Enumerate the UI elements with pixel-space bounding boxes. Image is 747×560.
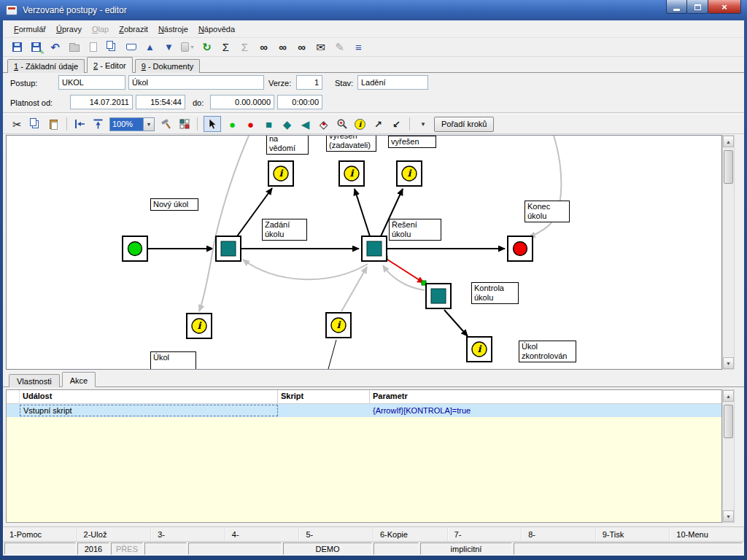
pointer-tool-button[interactable] — [204, 116, 221, 132]
diagram-label-4[interactable]: Kontrola úkolu — [471, 282, 519, 304]
bottom-tab-strip: Vlastnosti Akce — [3, 370, 744, 387]
platnost-od-date-field[interactable] — [70, 95, 133, 109]
menu-upravy[interactable]: Úpravy — [51, 23, 87, 36]
refresh-button[interactable]: ↻ — [200, 40, 214, 54]
platnost-od-time-field[interactable] — [136, 95, 185, 109]
stav-field[interactable] — [357, 75, 428, 90]
cut-button[interactable]: ✂ — [10, 117, 24, 131]
browse-button[interactable] — [124, 40, 138, 54]
tab-vlastnosti[interactable]: Vlastnosti — [9, 374, 60, 387]
postup-code-field[interactable] — [58, 75, 125, 90]
table-scroll-thumb[interactable] — [724, 405, 733, 438]
canvas-scroll-track[interactable] — [723, 147, 734, 357]
table-empty-area[interactable] — [7, 417, 721, 522]
cell-parametr[interactable]: {ArrowIf}[KONTROLA]=true — [370, 405, 721, 416]
table-scroll-track[interactable] — [723, 402, 734, 510]
step-node-tool[interactable]: ■ — [262, 117, 276, 131]
canvas-scroll-thumb[interactable] — [724, 150, 733, 184]
align-left-button[interactable] — [73, 117, 87, 131]
close-button[interactable]: × — [708, 0, 741, 14]
zoom-select[interactable]: 100% ▼ — [109, 117, 155, 131]
platnost-do-time-field[interactable] — [277, 95, 322, 109]
menu-nastroje[interactable]: Nástroje — [153, 23, 193, 36]
diagram-canvas[interactable]: iiiiii Nový úkolZadání úkoluŘešení úkolu… — [6, 135, 722, 370]
zoom-tool[interactable] — [335, 117, 349, 131]
verze-field[interactable] — [296, 75, 322, 90]
zoom-dropdown-icon: ▼ — [147, 122, 152, 127]
fkey-10[interactable]: 10-Menu — [670, 527, 744, 541]
connector-back-tool[interactable]: ↙ — [390, 117, 403, 131]
fkey-4[interactable]: 4- — [225, 527, 300, 541]
build-button[interactable] — [159, 117, 173, 131]
menu-napoveda[interactable]: Nápověda — [193, 23, 240, 36]
fkey-7[interactable]: 7- — [448, 527, 522, 541]
move-up-button[interactable]: ▲ — [143, 40, 157, 54]
table-scrollbar[interactable]: ▲ ▼ — [722, 389, 735, 523]
tab-akce[interactable]: Akce — [62, 372, 96, 387]
diagram-label-0[interactable]: Nový úkol — [150, 198, 198, 211]
canvas-scroll-up-button[interactable]: ▲ — [723, 136, 734, 147]
fkey-2[interactable]: 2-Ulož — [77, 527, 152, 541]
find-next-button[interactable]: ∞ — [295, 40, 309, 54]
fkey-3[interactable]: 3- — [151, 527, 225, 541]
copy-diagram-button[interactable] — [28, 117, 42, 131]
diagram-label-1[interactable]: Zadání úkolu — [262, 219, 307, 241]
decision-node-tool[interactable]: ◆ — [280, 117, 294, 131]
connector-tool[interactable]: ↗ — [371, 117, 385, 131]
cell-skript[interactable] — [278, 410, 370, 411]
table-scroll-down-button[interactable]: ▼ — [723, 510, 734, 522]
menu-formular[interactable]: Formulář — [9, 23, 51, 36]
list-button[interactable]: ≡ — [352, 40, 365, 54]
diagram-label-6[interactable]: na vědomí — [266, 135, 309, 155]
move-down-button[interactable]: ▼ — [162, 40, 176, 54]
platnost-do-date-field[interactable] — [210, 95, 274, 109]
fkey-8[interactable]: 8- — [522, 527, 596, 541]
zoom-dropdown-button[interactable]: ▼ — [143, 118, 154, 131]
postup-name-field[interactable] — [128, 75, 264, 90]
undo-button[interactable]: ↶ — [48, 40, 62, 54]
column-header-parametr[interactable]: Parametr — [370, 390, 721, 403]
cell-udalost[interactable]: Vstupní skript — [20, 405, 278, 416]
table-scroll-up-button[interactable]: ▲ — [723, 390, 734, 402]
start-node-tool[interactable]: ● — [225, 117, 239, 131]
diagram-label-9[interactable]: Úkol — [150, 351, 196, 370]
find-mass-button[interactable]: ∞ — [276, 40, 290, 54]
canvas-scrollbar[interactable]: ▲ ▼ — [722, 135, 735, 370]
find-button[interactable]: ∞ — [257, 40, 271, 54]
fkey-9[interactable]: 9-Tisk — [596, 527, 670, 541]
tab-dokumenty[interactable]: 9 - Dokumenty — [135, 59, 201, 73]
condition-tool[interactable]: ◇ — [317, 117, 330, 131]
end-node-tool[interactable]: ● — [244, 117, 258, 131]
attachment-icon — [181, 42, 189, 52]
canvas-scroll-down-button[interactable]: ▼ — [723, 357, 734, 369]
subprocess-node-tool[interactable]: ◀ — [298, 117, 312, 131]
maximize-button[interactable] — [687, 0, 708, 14]
tab-editor[interactable]: 2 - Editor — [87, 57, 133, 73]
save-button[interactable] — [10, 40, 24, 54]
paste-button[interactable] — [47, 117, 61, 131]
mail-button[interactable]: ✉ — [314, 40, 328, 54]
tab-zakladni-udaje[interactable]: 1 - Základní údaje — [7, 59, 85, 73]
more-tools-dropdown[interactable]: ▼ — [416, 117, 430, 131]
diagram-label-2[interactable]: Řešení úkolu — [389, 219, 441, 241]
minimize-button[interactable] — [666, 0, 687, 14]
align-top-button[interactable] — [91, 117, 105, 131]
window-client-area: Formulář Úpravy Olap Zobrazit Nástroje N… — [3, 20, 744, 556]
save-as-button[interactable]: ✎ — [29, 40, 43, 54]
fkey-1[interactable]: 1-Pomoc — [3, 527, 77, 541]
diagram-label-3[interactable]: Konec úkolu — [525, 201, 570, 222]
column-header-udalost[interactable]: Událost — [20, 390, 278, 403]
diagram-label-8[interactable]: vyřešen — [388, 136, 436, 148]
table-row[interactable]: Vstupní skript {ArrowIf}[KONTROLA]=true — [7, 404, 721, 417]
diagram-label-5[interactable]: Úkol zkontrolován — [519, 341, 576, 362]
info-node-tool[interactable]: i — [353, 117, 367, 131]
diagram-label-7[interactable]: vyřešen (zadavateli) — [326, 135, 376, 152]
sum-button[interactable]: Σ — [219, 40, 233, 54]
copy-button[interactable] — [105, 40, 119, 54]
poradi-kroku-button[interactable]: Pořadí kroků — [434, 117, 494, 132]
menu-zobrazit[interactable]: Zobrazit — [114, 23, 153, 36]
fkey-5[interactable]: 5- — [299, 527, 374, 541]
column-header-skript[interactable]: Skript — [278, 390, 370, 403]
fkey-6[interactable]: 6-Kopie — [374, 527, 448, 541]
components-button[interactable] — [177, 117, 191, 131]
